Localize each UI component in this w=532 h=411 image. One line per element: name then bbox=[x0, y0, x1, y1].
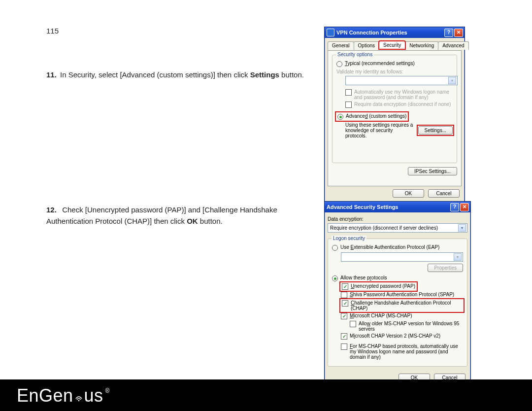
chap-checkbox[interactable]: Challenge Handshake Authentication Proto… bbox=[341, 300, 463, 311]
help-button[interactable]: ? bbox=[450, 203, 459, 211]
step-12-number: 12. bbox=[46, 204, 60, 215]
step-12-text-after: button. bbox=[198, 217, 223, 225]
footer: EnGenus® bbox=[0, 379, 532, 411]
data-encryption-label: Data encryption: bbox=[328, 216, 467, 222]
wifi-icon bbox=[74, 388, 83, 403]
brand-logo: EnGenus® bbox=[17, 385, 110, 406]
use-eap-label: Use Extensible Authentication Protocol (… bbox=[340, 244, 439, 250]
advanced-radio-highlight: Advanced (custom settings) bbox=[336, 113, 407, 120]
chevron-down-icon: ▾ bbox=[448, 77, 456, 84]
tab-networking[interactable]: Networking bbox=[405, 41, 438, 50]
step-12-text-before: Check [Unencrypted password (PAP)] and [… bbox=[46, 206, 277, 225]
security-options-group-label: Security options bbox=[336, 52, 374, 57]
mschap-older-checkbox[interactable]: Allow older MS-CHAP version for Windows … bbox=[350, 321, 463, 332]
vpn-connection-properties-dialog: VPN Connection Properties ? ✕ General Op… bbox=[324, 27, 465, 202]
mschapv2-checkbox[interactable]: Microsoft CHAP Version 2 (MS-CHAP v2) bbox=[341, 333, 463, 340]
step-11: 11.In Security, select [Advanced (custom… bbox=[46, 69, 312, 80]
data-encryption-value: Require encryption (disconnect if server… bbox=[330, 225, 438, 231]
auto-logon-label: Automatically use my Windows logon name … bbox=[354, 89, 453, 100]
close-button[interactable]: ✕ bbox=[460, 203, 469, 211]
dialog-titlebar[interactable]: VPN Connection Properties ? ✕ bbox=[325, 27, 465, 38]
data-encryption-combo[interactable]: Require encryption (disconnect if server… bbox=[328, 223, 467, 233]
allow-protocols-label: Allow these protocols bbox=[340, 275, 387, 280]
ok-button[interactable]: OK bbox=[393, 189, 424, 198]
settings-button-highlight: Settings... bbox=[418, 126, 453, 135]
mschap-autologon-checkbox[interactable]: For MS-CHAP based protocols, automatical… bbox=[341, 343, 463, 360]
ipsec-settings-button[interactable]: IPSec Settings... bbox=[408, 167, 457, 175]
chap-label: Challenge Handshake Authentication Proto… bbox=[351, 300, 462, 311]
page-number: 115 bbox=[46, 27, 59, 35]
chevron-down-icon: ▾ bbox=[454, 253, 462, 261]
validate-identity-label: Validate my identity as follows: bbox=[336, 69, 453, 74]
typical-radio[interactable]: Typical (recommended settings) bbox=[336, 61, 453, 67]
require-encryption-checkbox: Require data encryption (disconnect if n… bbox=[345, 102, 453, 108]
step-12-bold: OK bbox=[187, 217, 198, 225]
dialog-title: VPN Connection Properties bbox=[336, 30, 407, 35]
window-icon bbox=[327, 29, 334, 36]
step-11-text-before: In Security, select [Advanced (custom se… bbox=[60, 70, 250, 79]
advanced-radio[interactable]: Advanced (custom settings) bbox=[336, 113, 407, 120]
spap-checkbox[interactable]: Shiva Password Authentication Protocol (… bbox=[341, 292, 463, 298]
step-11-number: 11. bbox=[46, 69, 60, 80]
validate-identity-combo: ▾ bbox=[345, 76, 458, 85]
step-11-text-after: button. bbox=[279, 70, 304, 79]
spap-label: Shiva Password Authentication Protocol (… bbox=[350, 292, 454, 297]
step-11-bold: Settings bbox=[250, 70, 279, 79]
eap-properties-button: Properties bbox=[428, 264, 463, 272]
tab-general[interactable]: General bbox=[328, 41, 354, 50]
help-button[interactable]: ? bbox=[444, 29, 453, 37]
mschap-label: Microsoft CHAP (MS-CHAP) bbox=[350, 313, 412, 318]
advanced-security-settings-dialog: Advanced Security Settings ? ✕ Data encr… bbox=[324, 201, 471, 386]
advanced-hint: Using these settings requires a knowledg… bbox=[345, 122, 415, 138]
pap-label: Unencrypted password (PAP) bbox=[351, 283, 415, 289]
mschap-checkbox[interactable]: Microsoft CHAP (MS-CHAP) bbox=[341, 313, 463, 319]
mschapv2-label: Microsoft CHAP Version 2 (MS-CHAP v2) bbox=[350, 333, 440, 339]
settings-button[interactable]: Settings... bbox=[418, 126, 453, 135]
pap-highlight: Unencrypted password (PAP) bbox=[341, 283, 416, 290]
use-eap-radio[interactable]: Use Extensible Authentication Protocol (… bbox=[332, 244, 463, 251]
tab-options[interactable]: Options bbox=[354, 41, 379, 50]
cancel-button[interactable]: Cancel bbox=[428, 189, 460, 198]
tab-strip: General Options Security Networking Adva… bbox=[328, 41, 462, 49]
logon-security-group-label: Logon security bbox=[332, 236, 366, 241]
advanced-radio-label: Advanced (custom settings) bbox=[346, 113, 406, 119]
typical-radio-label: Typical (recommended settings) bbox=[345, 61, 415, 66]
eap-combo: ▾ bbox=[341, 252, 463, 262]
allow-protocols-radio[interactable]: Allow these protocols bbox=[332, 275, 463, 281]
tab-security[interactable]: Security bbox=[379, 41, 405, 49]
svg-point-0 bbox=[78, 400, 79, 402]
dialog-title: Advanced Security Settings bbox=[327, 204, 399, 210]
close-button[interactable]: ✕ bbox=[454, 29, 463, 37]
require-encryption-label: Require data encryption (disconnect if n… bbox=[354, 102, 451, 107]
auto-logon-checkbox: Automatically use my Windows logon name … bbox=[345, 89, 453, 100]
chap-highlight: Challenge Handshake Authentication Proto… bbox=[341, 300, 463, 311]
mschap-older-label: Allow older MS-CHAP version for Windows … bbox=[359, 321, 463, 332]
tab-advanced[interactable]: Advanced bbox=[438, 41, 468, 50]
pap-checkbox[interactable]: Unencrypted password (PAP) bbox=[341, 283, 416, 290]
mschap-autologon-label: For MS-CHAP based protocols, automatical… bbox=[350, 343, 463, 360]
step-12: 12. Check [Unencrypted password (PAP)] a… bbox=[46, 204, 312, 227]
chevron-down-icon: ▾ bbox=[458, 224, 466, 232]
dialog-titlebar[interactable]: Advanced Security Settings ? ✕ bbox=[325, 202, 470, 212]
